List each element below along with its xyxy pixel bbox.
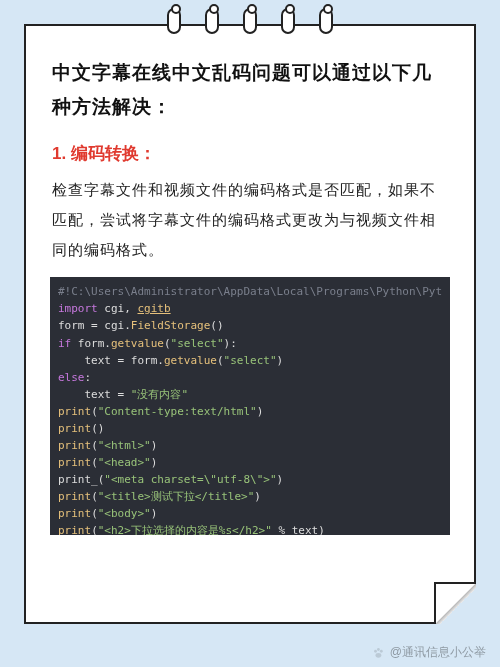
watermark-text: @通讯信息小公举 — [390, 644, 486, 661]
paw-icon — [372, 646, 386, 660]
document-page: 中文字幕在线中文乱码问题可以通过以下几种方法解决： 1. 编码转换： 检查字幕文… — [24, 24, 476, 624]
page-title: 中文字幕在线中文乱码问题可以通过以下几种方法解决： — [52, 56, 448, 124]
section-heading: 1. 编码转换： — [52, 142, 448, 165]
watermark: @通讯信息小公举 — [372, 644, 486, 661]
spiral-binding — [167, 8, 333, 34]
section-body: 检查字幕文件和视频文件的编码格式是否匹配，如果不匹配，尝试将字幕文件的编码格式更… — [52, 175, 448, 265]
page-fold-corner — [434, 582, 476, 624]
svg-point-0 — [374, 649, 377, 652]
svg-point-2 — [380, 649, 383, 652]
svg-point-3 — [375, 653, 381, 658]
code-block: #!C:\Users\Administrator\AppData\Local\P… — [50, 277, 450, 535]
svg-point-1 — [377, 648, 380, 651]
